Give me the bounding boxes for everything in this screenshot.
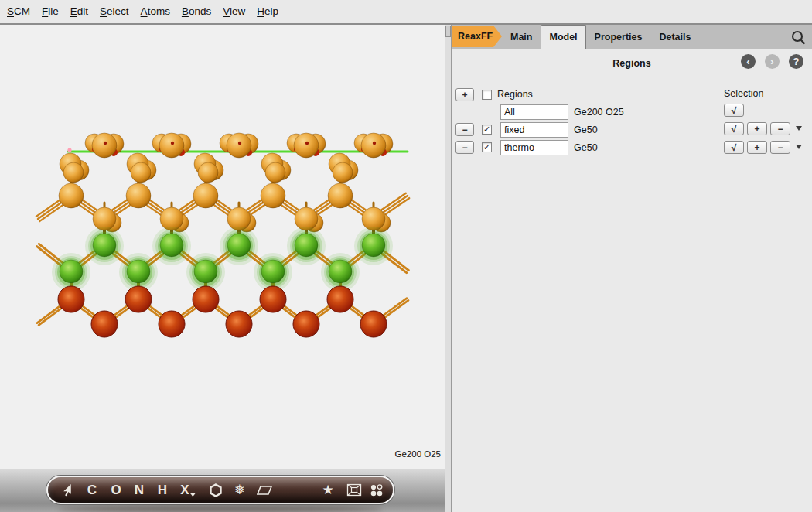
pointer-tool-icon[interactable]	[61, 477, 73, 503]
remove-region-fixed-button[interactable]: −	[455, 123, 474, 136]
selection-header-label: Selection	[724, 88, 763, 99]
back-button[interactable]: ‹	[741, 54, 756, 69]
toolbar-reflection	[58, 506, 383, 512]
atom-toolbar: C O N H X ❅ ★	[46, 476, 394, 504]
help-button[interactable]: ?	[789, 54, 803, 69]
splitter-handle[interactable]	[445, 26, 451, 37]
add-to-region-fixed-button[interactable]: +	[747, 122, 767, 135]
cell-tool-icon[interactable]	[346, 477, 362, 503]
menu-bar: SCM File Edit Select Atoms Bonds View He…	[0, 0, 812, 25]
hydrogen-tool[interactable]: H	[158, 477, 167, 503]
select-region-thermo-button[interactable]: √	[724, 141, 744, 154]
region-name-input-fixed[interactable]	[500, 122, 568, 138]
panel-splitter[interactable]	[445, 25, 452, 512]
region-info-thermo: Ge50	[574, 142, 598, 153]
menu-file[interactable]: File	[42, 5, 59, 17]
region-info-all: Ge200 O25	[574, 107, 624, 118]
add-region-button[interactable]: +	[455, 88, 474, 101]
tab-properties[interactable]: Properties	[586, 25, 651, 49]
element-x-tool[interactable]: X	[180, 477, 189, 503]
remove-from-region-thermo-button[interactable]: −	[770, 141, 790, 154]
tab-model[interactable]: Model	[541, 25, 585, 49]
star-tool-icon[interactable]: ★	[322, 477, 333, 503]
page-title: Regions	[452, 58, 812, 69]
molecule-tool-icon[interactable]	[370, 477, 384, 503]
app-window: SCM File Edit Select Atoms Bonds View He…	[0, 0, 812, 512]
molecule-scene[interactable]	[0, 25, 445, 469]
menu-atoms[interactable]: Atoms	[141, 5, 170, 17]
freeze-tool-icon[interactable]: ❅	[234, 477, 245, 503]
menu-scm[interactable]: SCM	[7, 5, 30, 17]
menu-edit[interactable]: Edit	[70, 5, 88, 17]
region-name-input-all[interactable]	[500, 104, 568, 120]
select-region-fixed-button[interactable]: √	[724, 122, 744, 135]
region-info-fixed: Ge50	[574, 125, 598, 135]
nitrogen-tool[interactable]: N	[135, 477, 144, 503]
region-fixed-checkbox[interactable]: ✓	[482, 125, 492, 135]
ring-tool-icon[interactable]	[209, 477, 223, 503]
carbon-tool[interactable]: C	[87, 477, 97, 503]
oxygen-tool[interactable]: O	[111, 477, 121, 503]
molecule-viewport[interactable]: Ge200 O25 C O N H X ❅ ★	[0, 25, 445, 512]
region-name-input-thermo[interactable]	[500, 140, 568, 155]
menu-help[interactable]: Help	[257, 5, 278, 17]
select-region-all-button[interactable]: √	[724, 104, 744, 117]
formula-label: Ge200 O25	[395, 449, 441, 459]
plane-tool-icon[interactable]	[257, 477, 272, 503]
panel-header: Regions ‹ › ?	[452, 49, 812, 77]
viewer-bottom-bar: C O N H X ❅ ★	[0, 469, 445, 512]
remove-from-region-fixed-button[interactable]: −	[770, 122, 790, 135]
search-icon[interactable]	[790, 29, 807, 46]
remove-region-thermo-button[interactable]: −	[455, 141, 474, 154]
menu-select[interactable]: Select	[100, 5, 129, 17]
add-to-region-thermo-button[interactable]: +	[747, 141, 767, 154]
side-panel: ReaxFF Main Model Properties Details Reg…	[452, 25, 812, 512]
tab-reaxff[interactable]: ReaxFF	[452, 26, 502, 47]
region-thermo-dropdown-icon[interactable]	[796, 145, 802, 149]
region-fixed-dropdown-icon[interactable]	[796, 126, 802, 131]
menu-view[interactable]: View	[223, 5, 245, 17]
regions-header-checkbox[interactable]	[482, 90, 492, 100]
tab-details[interactable]: Details	[650, 25, 699, 49]
forward-button[interactable]: ›	[765, 54, 780, 69]
regions-header-label: Regions	[497, 89, 533, 100]
region-thermo-checkbox[interactable]: ✓	[482, 142, 492, 152]
panel-tab-bar: ReaxFF Main Model Properties Details	[452, 25, 812, 49]
menu-bonds[interactable]: Bonds	[182, 5, 211, 17]
element-x-caret-icon	[189, 493, 196, 497]
tab-main[interactable]: Main	[502, 25, 541, 49]
